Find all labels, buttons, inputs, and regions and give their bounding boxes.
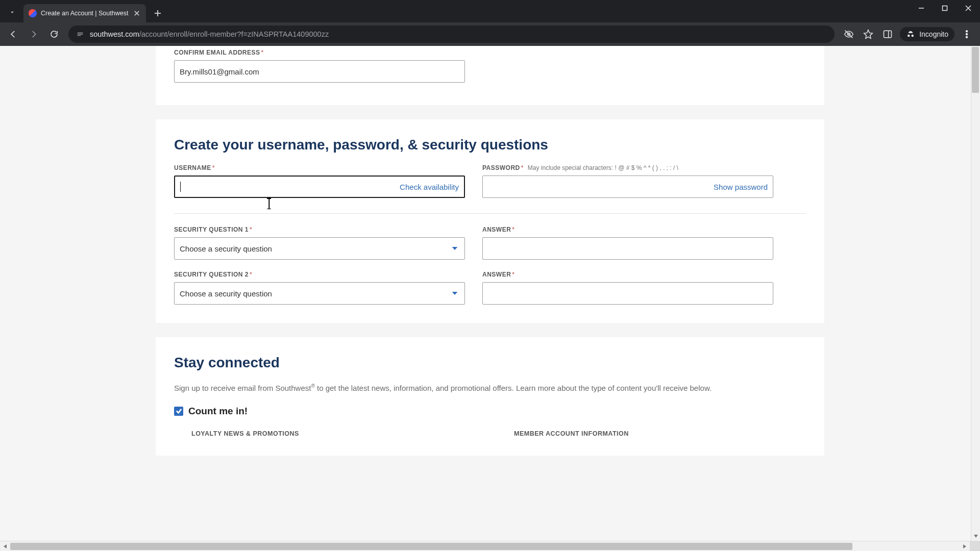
- loyalty-news-heading: LOYALTY NEWS & PROMOTIONS: [191, 430, 483, 437]
- count-me-in-label: Count me in!: [188, 406, 248, 417]
- member-info-heading: MEMBER ACCOUNT INFORMATION: [514, 430, 806, 437]
- answer2-label: ANSWER*: [482, 271, 773, 278]
- credentials-card: Create your username, password, & securi…: [156, 119, 824, 323]
- site-info-icon[interactable]: [76, 30, 85, 39]
- sq1-label: SECURITY QUESTION 1*: [174, 226, 465, 233]
- answer1-label: ANSWER*: [482, 226, 773, 233]
- incognito-label: Incognito: [919, 30, 948, 38]
- sq2-select[interactable]: Choose a security question: [174, 282, 465, 305]
- browser-tab[interactable]: Create an Account | Southwest: [23, 4, 146, 22]
- svg-rect-2: [884, 31, 892, 37]
- new-tab-button[interactable]: [150, 6, 165, 21]
- check-availability-link[interactable]: Check availability: [396, 183, 459, 191]
- vertical-scrollbar[interactable]: [971, 46, 980, 541]
- answer-1-field: ANSWER*: [482, 226, 773, 260]
- page-scroll-region[interactable]: CONFIRM EMAIL ADDRESS* Create your usern…: [0, 46, 980, 541]
- tab-close-button[interactable]: [133, 9, 141, 17]
- answer2-input[interactable]: [482, 282, 773, 305]
- address-bar: southwest.com/account/enroll/enroll-memb…: [0, 22, 980, 46]
- stay-heading: Stay connected: [174, 355, 806, 371]
- count-me-in-row[interactable]: Count me in!: [174, 406, 806, 417]
- stay-connected-card: Stay connected Sign up to receive email …: [156, 337, 824, 456]
- incognito-indicator[interactable]: Incognito: [900, 27, 954, 41]
- stay-description: Sign up to receive email from Southwest®…: [174, 382, 806, 394]
- scroll-down-arrow[interactable]: [971, 532, 980, 541]
- maximize-button[interactable]: [933, 0, 957, 16]
- close-window-button[interactable]: [957, 0, 980, 16]
- reload-button[interactable]: [45, 25, 63, 43]
- confirm-email-input[interactable]: [174, 60, 465, 83]
- horizontal-scrollbar[interactable]: [0, 541, 980, 551]
- vertical-scroll-thumb[interactable]: [972, 47, 979, 93]
- url-text: southwest.com/account/enroll/enroll-memb…: [90, 30, 329, 38]
- bookmark-star-icon[interactable]: [859, 25, 877, 43]
- security-question-2-field: SECURITY QUESTION 2* Choose a security q…: [174, 271, 465, 305]
- credentials-heading: Create your username, password, & securi…: [174, 137, 806, 153]
- chevron-down-icon: [450, 244, 459, 253]
- window-controls: [910, 0, 980, 22]
- chevron-down-icon: [450, 289, 459, 298]
- page-viewport: CONFIRM EMAIL ADDRESS* Create your usern…: [0, 46, 980, 541]
- scroll-left-arrow[interactable]: [0, 541, 10, 551]
- username-input[interactable]: Check availability: [174, 176, 465, 198]
- email-card: CONFIRM EMAIL ADDRESS*: [156, 46, 824, 105]
- password-label: PASSWORD* May include special characters…: [482, 164, 773, 171]
- forward-button[interactable]: [24, 25, 43, 43]
- back-button[interactable]: [4, 25, 22, 43]
- username-label: USERNAME*: [174, 164, 465, 171]
- incognito-icon: [906, 30, 915, 39]
- scroll-corner: [970, 541, 980, 551]
- svg-point-4: [966, 34, 968, 35]
- minimize-button[interactable]: [910, 0, 933, 16]
- scroll-right-arrow[interactable]: [960, 541, 970, 551]
- sq2-selected-text: Choose a security question: [180, 289, 272, 298]
- svg-point-5: [966, 36, 968, 38]
- tab-title: Create an Account | Southwest: [41, 10, 130, 17]
- security-question-1-field: SECURITY QUESTION 1* Choose a security q…: [174, 226, 465, 260]
- username-field: USERNAME* Check availability: [174, 164, 465, 198]
- show-password-link[interactable]: Show password: [709, 183, 768, 191]
- browser-chrome: Create an Account | Southwest southwest.…: [0, 0, 980, 46]
- kebab-menu-icon[interactable]: [958, 25, 976, 43]
- password-field: PASSWORD* May include special characters…: [482, 164, 773, 198]
- eye-off-icon[interactable]: [840, 25, 858, 43]
- tab-search-button[interactable]: [4, 4, 20, 20]
- side-panel-icon[interactable]: [878, 25, 897, 43]
- answer1-input[interactable]: [482, 237, 773, 260]
- horizontal-scroll-thumb[interactable]: [10, 543, 852, 550]
- sq1-select[interactable]: Choose a security question: [174, 237, 465, 260]
- tab-bar: Create an Account | Southwest: [0, 0, 980, 22]
- svg-point-3: [966, 31, 968, 32]
- sq2-label: SECURITY QUESTION 2*: [174, 271, 465, 278]
- favicon: [29, 9, 37, 17]
- svg-rect-0: [943, 6, 947, 11]
- url-field[interactable]: southwest.com/account/enroll/enroll-memb…: [68, 26, 835, 43]
- answer-2-field: ANSWER*: [482, 271, 773, 305]
- count-me-in-checkbox[interactable]: [174, 407, 183, 416]
- sq1-selected-text: Choose a security question: [180, 244, 272, 253]
- password-input[interactable]: Show password: [482, 176, 773, 198]
- confirm-email-label: CONFIRM EMAIL ADDRESS*: [174, 49, 465, 56]
- divider: [174, 213, 806, 214]
